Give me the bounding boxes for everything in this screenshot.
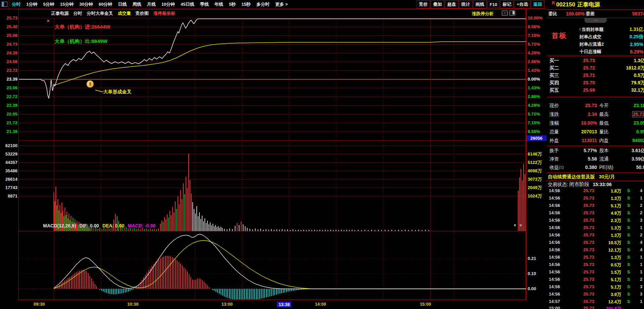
chart-canvas bbox=[18, 9, 526, 300]
pct-axis-label: 2.86% bbox=[528, 94, 540, 99]
bid-price[interactable]: 25.73 bbox=[568, 58, 595, 63]
f10-button[interactable]: F10 bbox=[487, 1, 499, 8]
period-tab-年线[interactable]: 年线 bbox=[215, 1, 223, 7]
tick-time: 14:56 bbox=[549, 195, 560, 201]
quote-row: 现价25.73今开23.18 bbox=[547, 103, 644, 111]
subscription-ad[interactable]: 自动续费通达信普及版 30元/月 bbox=[547, 173, 644, 181]
time-axis-label: 10:30 bbox=[127, 302, 138, 307]
popup-arrow-icon[interactable]: ↑ bbox=[502, 10, 508, 16]
indicator-tab-分时[interactable]: 分时 bbox=[73, 10, 82, 16]
period-tab-月线[interactable]: 月线 bbox=[147, 1, 156, 7]
seal-label: 封单占成交 bbox=[579, 34, 601, 40]
period-tab-60分钟[interactable]: 60分钟 bbox=[99, 1, 112, 7]
macd-axis-label: 0.00 bbox=[528, 286, 536, 292]
superdisk-button[interactable]: 超盘 bbox=[445, 0, 458, 8]
period-tab-周线[interactable]: 周线 bbox=[132, 1, 141, 7]
bid-row[interactable]: 买五25.6932.1万 bbox=[547, 87, 644, 95]
tick-volume: 3.9万 bbox=[595, 292, 621, 298]
price-axis-label: 21.38 bbox=[0, 129, 17, 134]
bid-row[interactable]: 买四25.7079.9万 bbox=[547, 80, 644, 87]
tick-price: 25.73 bbox=[566, 210, 594, 215]
panel-toggle-icon[interactable] bbox=[509, 10, 515, 16]
chevron-down-icon[interactable]: ▾ bbox=[514, 223, 516, 228]
bid-label: 买四 bbox=[550, 80, 559, 86]
bid-price[interactable]: 25.72 bbox=[568, 65, 595, 71]
bid-row[interactable]: 买一25.731.3亿 bbox=[547, 58, 644, 65]
period-tab-15秒[interactable]: 15秒 bbox=[241, 1, 251, 7]
period-tab-分时[interactable]: 分时 bbox=[12, 1, 21, 7]
tick-row: 14:5625.7310.5万S4 bbox=[547, 240, 644, 247]
tick-count: 3 bbox=[640, 284, 644, 289]
auction-button[interactable]: 竞价 bbox=[417, 0, 430, 8]
indicator-tab-成交量[interactable]: 成交量 bbox=[118, 10, 131, 16]
period-tab-多分时[interactable]: 多分时 bbox=[257, 1, 270, 7]
tick-direction: S bbox=[627, 232, 630, 237]
indicator-tab-涨停板坐标[interactable]: 涨停板坐标 bbox=[153, 10, 175, 16]
macd-dif-value: DIF: 0.00 bbox=[79, 223, 99, 228]
price-axis-label: 25.73 bbox=[0, 15, 17, 21]
tick-time: 14:56 bbox=[549, 277, 560, 282]
period-tab-5秒[interactable]: 5秒 bbox=[229, 1, 236, 7]
tick-price: 25.73 bbox=[566, 292, 594, 297]
close-icon[interactable]: × bbox=[519, 223, 522, 228]
stock-code: 002150 bbox=[556, 1, 575, 8]
bid-label: 买一 bbox=[550, 58, 559, 64]
bid-label: 买三 bbox=[550, 73, 559, 79]
indicator-tab-竞价图[interactable]: 竞价图 bbox=[136, 10, 149, 16]
bid-volume: 79.9万 bbox=[598, 80, 644, 86]
pct-axis-label: 5.72% bbox=[528, 112, 540, 117]
tick-row: 14:5625.732.3万S3 bbox=[547, 218, 644, 225]
intraday-chart[interactable]: 正泰电源分时分时大单金叉成交量竞价图涨停板坐标 × 大单（机构）进:26644W… bbox=[18, 9, 526, 300]
price-axis-label: 22.05 bbox=[0, 112, 17, 117]
bid-row[interactable]: 买二25.721812.0万 bbox=[547, 65, 644, 73]
tick-direction: S bbox=[627, 299, 630, 304]
seal-info-row: !当前封单额1.31亿 bbox=[579, 26, 643, 33]
tick-volume: 12.1万 bbox=[595, 247, 621, 253]
period-tab-15分钟[interactable]: 15分钟 bbox=[60, 1, 73, 7]
period-tab-季线[interactable]: 季线 bbox=[200, 1, 209, 7]
add-favorite-button[interactable]: +自选 bbox=[514, 0, 530, 8]
period-tab-30分钟[interactable]: 30分钟 bbox=[79, 1, 93, 7]
tick-volume: 5.1万 bbox=[595, 277, 621, 283]
limit-analysis-button[interactable]: 涨跌停分析 bbox=[472, 11, 494, 17]
bid-price[interactable]: 25.69 bbox=[568, 87, 595, 93]
alert-icon: ! bbox=[579, 28, 580, 32]
ad-text: 自动续费通达信普及版 bbox=[548, 174, 595, 179]
info-label: 涨跌 bbox=[550, 112, 559, 118]
seal-label: !当前封单额 bbox=[579, 27, 603, 33]
drawline-button[interactable]: 画线 bbox=[473, 0, 487, 8]
current-volume-badge: 26056 bbox=[526, 135, 546, 141]
period-tab-10分钟[interactable]: 10分钟 bbox=[161, 1, 175, 7]
period-tab-45日线[interactable]: 45日线 bbox=[181, 1, 194, 7]
bid-row[interactable]: 买三25.710.5万 bbox=[547, 73, 644, 80]
period-tab-5分钟[interactable]: 5分钟 bbox=[43, 1, 54, 7]
seal-value: 2.95% bbox=[630, 42, 643, 47]
bid-price[interactable]: 25.71 bbox=[568, 73, 595, 78]
macd-pane-controls: ▾× bbox=[510, 223, 522, 228]
window-layout-icon[interactable] bbox=[2, 2, 7, 7]
pct-axis-label: 1.43% bbox=[528, 68, 540, 73]
indicator-tab-分时大单金叉[interactable]: 分时大单金叉 bbox=[87, 10, 113, 16]
back-button[interactable]: 返回 bbox=[531, 0, 544, 8]
tick-price: 25.73 bbox=[566, 218, 594, 223]
collapse-tab[interactable]: ︿ bbox=[584, 18, 607, 23]
bid-price[interactable]: 25.70 bbox=[568, 80, 595, 85]
left-price-axis: 25.7325.4025.0624.7324.3924.0623.7223.39… bbox=[0, 9, 18, 300]
mark-button[interactable]: 标记 bbox=[500, 0, 514, 8]
close-icon[interactable]: × bbox=[47, 18, 50, 23]
period-tab-更多 >[interactable]: 更多 > bbox=[275, 1, 288, 7]
indicator-tab-正泰电源[interactable]: 正泰电源 bbox=[51, 10, 69, 16]
price-axis-label: 23.72 bbox=[0, 68, 17, 73]
macd-value: MACD: -0.00 bbox=[128, 223, 155, 228]
tick-price: 25.73 bbox=[566, 188, 594, 193]
stats-button[interactable]: 统计 bbox=[459, 0, 472, 8]
overlay-button[interactable]: 叠加 bbox=[431, 0, 444, 8]
info-label: 流通 bbox=[599, 156, 609, 162]
tick-price: 25.73 bbox=[566, 232, 594, 237]
big-order-inflow-label: 大单（机构）进:26644W bbox=[54, 24, 110, 30]
pct-axis-label: 0.00% bbox=[528, 77, 540, 82]
period-tab-1分钟[interactable]: 1分钟 bbox=[26, 1, 37, 7]
period-tab-日线[interactable]: 日线 bbox=[118, 1, 127, 7]
divider bbox=[547, 146, 644, 146]
tick-count: 1 bbox=[640, 225, 644, 230]
